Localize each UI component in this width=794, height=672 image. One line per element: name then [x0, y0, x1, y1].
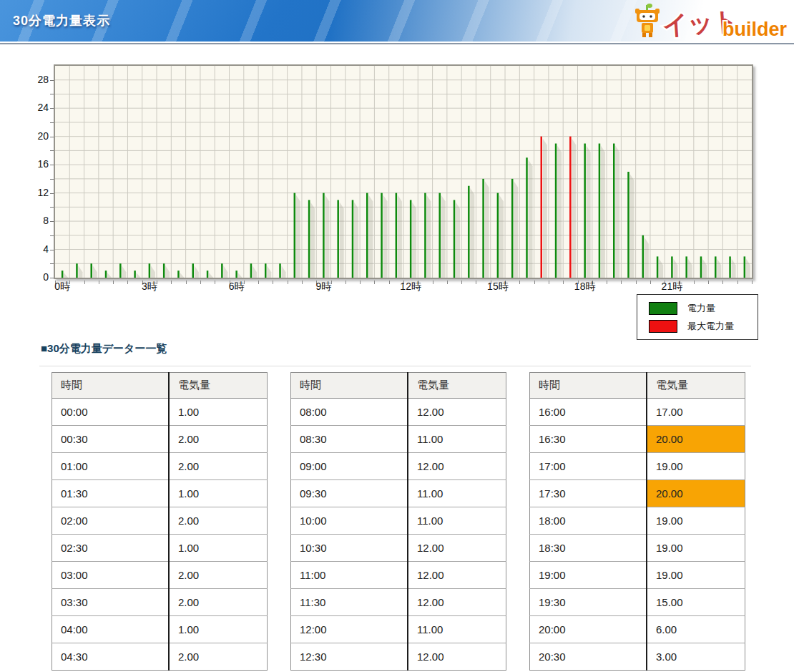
value-cell: 19.00: [647, 453, 745, 480]
table-row: 04:001.00: [52, 616, 268, 643]
value-cell: 12.00: [408, 643, 506, 671]
y-axis-label: 28: [20, 74, 49, 85]
x-axis-tick: [186, 281, 187, 284]
y-axis-label: 12: [20, 187, 49, 198]
value-cell: 2.00: [169, 426, 268, 453]
app-header: 30分電力量表示 イット: [0, 0, 794, 42]
legend-swatch-max-power-icon: [649, 320, 677, 333]
x-axis-tick: [534, 281, 535, 284]
x-axis-tick: [302, 281, 303, 284]
table-row: 10:3012.00: [291, 535, 506, 562]
page: 30分電力量表示 イット: [0, 0, 794, 672]
value-cell: 19.00: [647, 535, 745, 562]
time-cell: 19:00: [530, 562, 647, 589]
time-cell: 12:00: [291, 616, 408, 643]
time-cell: 00:30: [52, 426, 170, 453]
x-axis-tick: [636, 281, 637, 284]
time-cell: 10:00: [291, 507, 408, 535]
time-cell: 01:00: [52, 453, 170, 480]
table-row: 20:303.00: [530, 643, 745, 671]
value-cell: 11.00: [408, 426, 506, 453]
table-row: 08:3011.00: [291, 426, 506, 453]
value-cell: 2.00: [169, 507, 268, 535]
table-row: 10:0011.00: [291, 507, 506, 535]
time-cell: 04:00: [52, 616, 170, 643]
value-cell: 1.00: [169, 480, 268, 507]
table-row: 12:3012.00: [291, 643, 506, 671]
time-cell: 10:30: [291, 535, 408, 562]
time-cell: 20:00: [530, 616, 647, 643]
x-axis-tick: [650, 281, 651, 284]
x-axis-tick: [389, 281, 390, 284]
x-axis-tick: [374, 281, 375, 284]
x-axis-tick: [113, 281, 114, 284]
value-cell: 2.00: [169, 562, 268, 589]
y-axis-label: 8: [20, 215, 49, 226]
page-title: 30分電力量表示: [13, 12, 110, 29]
table-row: 02:301.00: [52, 535, 268, 562]
x-axis-tick: [127, 281, 128, 284]
value-cell: 20.00: [647, 426, 745, 453]
time-cell: 04:30: [52, 643, 170, 671]
legend-label-power: 電力量: [687, 302, 715, 315]
table-header-row: 時間電気量: [530, 373, 745, 399]
power-data-table: 時間電気量00:001.0000:302.0001:002.0001:301.0…: [52, 372, 268, 671]
value-cell: 2.00: [169, 453, 268, 480]
brand-logo[interactable]: イット builder: [625, 3, 790, 44]
brand-logo-graphic: イット builder: [625, 3, 790, 42]
table-header-row: 時間電気量: [291, 373, 506, 399]
legend-label-max-power: 最大電力量: [687, 320, 734, 333]
x-axis-label: 3時: [133, 281, 166, 293]
value-cell: 12.00: [408, 535, 506, 562]
x-axis-label: 6時: [220, 281, 253, 293]
table-row: 02:002.00: [52, 507, 268, 535]
value-cell: 17.00: [647, 399, 745, 426]
column-header: 電気量: [408, 373, 506, 399]
value-cell: 11.00: [408, 507, 506, 535]
x-axis-tick: [288, 281, 288, 284]
x-axis-tick: [84, 281, 85, 284]
power-chart-plot: [54, 64, 753, 279]
value-cell: 20.00: [647, 480, 745, 507]
x-axis-tick: [722, 281, 723, 284]
time-cell: 17:30: [530, 480, 647, 507]
value-cell: 1.00: [169, 399, 268, 426]
value-cell: 12.00: [408, 589, 506, 616]
time-cell: 19:30: [530, 589, 647, 616]
value-cell: 12.00: [408, 399, 506, 426]
y-axis-label: 24: [20, 102, 49, 113]
x-axis-label: 0時: [46, 281, 79, 293]
time-cell: 18:30: [530, 535, 647, 562]
column-header: 時間: [52, 373, 170, 399]
value-cell: 2.00: [169, 589, 268, 616]
table-row: 12:0011.00: [291, 616, 506, 643]
legend-item-power: 電力量: [649, 302, 758, 315]
time-cell: 02:00: [52, 507, 170, 535]
x-axis-tick: [708, 281, 709, 284]
y-axis-label: 20: [20, 130, 49, 142]
legend-swatch-power-icon: [649, 302, 677, 315]
value-cell: 11.00: [408, 480, 506, 507]
value-cell: 1.00: [169, 616, 268, 643]
x-axis-tick: [171, 281, 172, 284]
table-row: 09:0012.00: [291, 453, 506, 480]
column-header: 電気量: [169, 373, 268, 399]
table-row: 16:3020.00: [530, 426, 745, 453]
x-axis-label: 15時: [481, 281, 514, 293]
x-axis-tick: [461, 281, 462, 284]
x-axis-tick: [694, 281, 695, 284]
time-cell: 16:00: [530, 399, 647, 426]
x-axis-tick: [476, 281, 476, 284]
y-axis-label: 0: [20, 271, 49, 283]
table-row: 03:002.00: [52, 562, 268, 589]
section-title: ■30分電力量データー一覧: [41, 342, 167, 356]
x-axis-tick: [345, 281, 346, 284]
value-cell: 2.00: [169, 643, 268, 671]
table-row: 01:301.00: [52, 480, 268, 507]
value-cell: 19.00: [647, 562, 745, 589]
table-row: 04:302.00: [52, 643, 268, 671]
x-axis-tick: [447, 281, 448, 284]
y-axis-label: 16: [20, 158, 49, 170]
power-chart: [55, 66, 752, 278]
time-cell: 03:00: [52, 562, 170, 589]
